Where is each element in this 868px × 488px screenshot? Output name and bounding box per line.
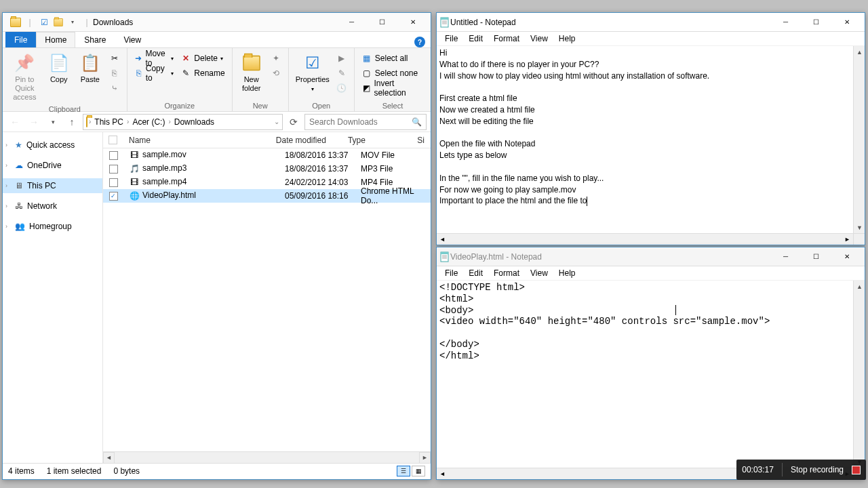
paste-shortcut-button[interactable]: ⤷ [106,81,123,96]
chevron-right-icon[interactable]: › [127,118,129,125]
chevron-right-icon[interactable]: › [168,118,170,125]
row-checkbox[interactable] [103,151,123,160]
expand-icon[interactable]: › [5,203,7,209]
breadcrumb[interactable]: This PC [92,117,125,127]
search-icon[interactable]: 🔍 [412,117,422,127]
notepad-titlebar[interactable]: Untitled - Notepad ─ ☐ ✕ [437,13,865,32]
file-name[interactable]: 🎞sample.mp4 [123,177,279,188]
tab-file[interactable]: File [5,32,36,47]
scroll-right-icon[interactable]: ► [419,452,431,464]
menu-file[interactable]: File [439,33,463,45]
qat-newfolder-icon[interactable] [52,16,64,28]
scroll-down-icon[interactable]: ▼ [854,222,865,233]
menu-help[interactable]: Help [553,33,581,45]
text-area[interactable]: <!DOCTYPE html> <html> <body> <video wid… [437,281,853,468]
breadcrumb[interactable]: Acer (C:) [130,117,167,127]
open-button[interactable]: ▶ [334,51,350,66]
minimize-button[interactable]: ─ [770,14,801,31]
minimize-button[interactable]: ─ [336,14,367,31]
close-button[interactable]: ✕ [831,248,862,266]
breadcrumb[interactable]: Downloads [172,117,216,127]
column-type[interactable]: Type [342,136,412,145]
vertical-scrollbar[interactable]: ▲ ▼ [853,281,865,468]
scroll-left-icon[interactable]: ◄ [437,234,448,245]
details-view-button[interactable]: ☰ [397,466,410,476]
maximize-button[interactable]: ☐ [801,248,831,266]
scroll-left-icon[interactable]: ◄ [437,468,448,479]
edit-button[interactable]: ✎ [334,66,350,81]
qat-dropdown-icon[interactable]: ▾ [66,16,79,28]
forward-button[interactable]: → [26,114,42,130]
refresh-button[interactable]: ⟳ [285,114,302,130]
paste-button[interactable]: 📋 Paste [75,51,105,85]
horizontal-scrollbar[interactable]: ◄ ► [103,451,431,463]
close-button[interactable]: ✕ [397,14,428,31]
maximize-button[interactable]: ☐ [801,14,831,31]
row-checkbox[interactable] [103,178,123,187]
copy-button[interactable]: 📄 Copy [44,51,74,85]
tab-view[interactable]: View [115,32,150,47]
row-checkbox[interactable] [103,165,123,174]
expand-icon[interactable]: › [5,223,7,230]
new-folder-button[interactable]: New folder [237,51,267,94]
tab-share[interactable]: Share [75,32,115,47]
help-icon[interactable]: ? [414,37,425,47]
maximize-button[interactable]: ☐ [367,14,397,31]
file-name[interactable]: 🎞sample.mov [123,150,279,161]
menu-file[interactable]: File [439,267,463,279]
menu-edit[interactable]: Edit [463,33,488,45]
checkbox-column[interactable] [103,136,123,144]
cut-button[interactable] [106,51,123,66]
scroll-right-icon[interactable]: ► [842,234,853,245]
explorer-titlebar[interactable]: | ☑ ▾ | Downloads ─ ☐ ✕ [3,13,431,32]
scroll-left-icon[interactable]: ◄ [103,452,115,464]
menu-format[interactable]: Format [488,267,525,279]
chevron-right-icon[interactable]: › [89,118,91,125]
up-button[interactable]: ↑ [64,114,80,130]
notepad-titlebar[interactable]: VideoPlay.html - Notepad ─ ☐ ✕ [437,247,865,266]
new-item-button[interactable]: ✦ [268,51,284,66]
address-bar[interactable]: › This PC › Acer (C:) › Downloads ⌄ [83,114,283,130]
invert-selection-button[interactable]: ◩Invert selection [359,81,427,96]
column-date[interactable]: Date modified [271,136,342,145]
menu-edit[interactable]: Edit [463,267,488,279]
minimize-button[interactable]: ─ [770,248,801,266]
file-name[interactable]: 🌐VideoPlay.html [123,190,279,201]
nav-homegroup[interactable]: ›👥Homegroup [3,219,102,234]
file-name[interactable]: 🎵sample.mp3 [123,163,279,174]
nav-this-pc[interactable]: ›🖥This PC [3,178,102,193]
delete-button[interactable]: ✕Delete [178,51,227,66]
row-checkbox[interactable]: ✓ [103,192,123,201]
copy-path-button[interactable]: ⎘ [106,66,123,81]
expand-icon[interactable]: › [5,162,7,169]
file-row[interactable]: ✓🌐VideoPlay.html05/09/2016 18:16Chrome H… [103,189,431,203]
addr-dropdown-icon[interactable]: ⌄ [274,118,279,125]
icons-view-button[interactable]: ▦ [412,466,425,476]
rename-button[interactable]: ✎Rename [178,66,227,81]
properties-button[interactable]: ☑ Properties [293,51,332,94]
copy-to-button[interactable]: ⎘Copy to [132,66,177,81]
menu-format[interactable]: Format [488,33,525,45]
menu-view[interactable]: View [525,33,553,45]
vertical-scrollbar[interactable]: ▲ ▼ [853,46,865,233]
file-row[interactable]: 🎞sample.mov18/08/2016 13:37MOV File [103,148,431,162]
stop-recording-button[interactable] [852,466,861,474]
qat-properties-icon[interactable]: ☑ [38,16,50,28]
easy-access-button[interactable]: ⟲ [268,66,284,81]
back-button[interactable]: ← [7,114,23,130]
expand-icon[interactable]: › [5,182,7,189]
tab-home[interactable]: Home [36,32,75,47]
nav-quick-access[interactable]: ›★Quick access [3,138,102,152]
file-row[interactable]: 🎵sample.mp318/08/2016 13:37MP3 File [103,162,431,176]
file-list[interactable]: 🎞sample.mov18/08/2016 13:37MOV File🎵samp… [103,148,431,451]
nav-onedrive[interactable]: ›☁OneDrive [3,158,102,173]
recent-locations-button[interactable]: ▾ [45,114,61,130]
horizontal-scrollbar[interactable]: ◄ ► [437,233,865,245]
history-button[interactable]: 🕓 [334,81,350,96]
menu-help[interactable]: Help [553,267,581,279]
close-button[interactable]: ✕ [831,14,862,31]
scroll-up-icon[interactable]: ▲ [854,281,865,292]
scroll-up-icon[interactable]: ▲ [854,46,865,58]
menu-view[interactable]: View [525,267,553,279]
pin-quick-access-button[interactable]: 📌 Pin to Quick access [7,51,43,104]
